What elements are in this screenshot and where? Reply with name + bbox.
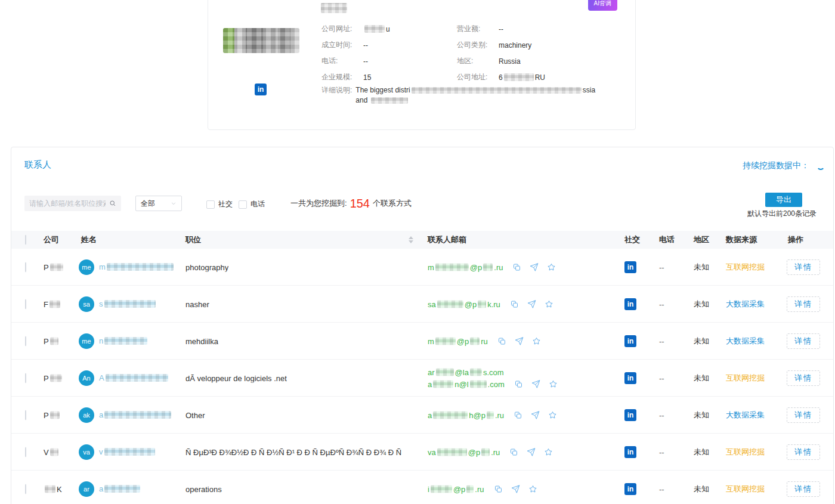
- send-email-icon[interactable]: [527, 447, 536, 456]
- header-company: 公司: [44, 234, 59, 245]
- send-email-icon[interactable]: [531, 379, 540, 388]
- linkedin-icon[interactable]: in: [255, 84, 267, 95]
- name-cell: men: [79, 333, 149, 349]
- name-cell: vav: [79, 444, 156, 460]
- star-favorite-icon[interactable]: [547, 262, 556, 271]
- row-checkbox[interactable]: [25, 410, 26, 420]
- contact-email: m@pru: [428, 336, 488, 345]
- action-cell: 详情: [787, 444, 820, 460]
- redacted-text: [433, 411, 468, 419]
- company-linkedin-link[interactable]: in: [255, 84, 267, 95]
- position-cell: nasher: [185, 299, 209, 308]
- detail-button[interactable]: 详情: [787, 259, 820, 275]
- export-button[interactable]: 导出: [765, 193, 802, 207]
- star-favorite-icon[interactable]: [545, 299, 553, 308]
- company-cell: F: [44, 299, 61, 308]
- copy-email-icon[interactable]: [510, 299, 519, 308]
- row-checkbox-cell: [25, 373, 26, 382]
- phone-filter-checkbox[interactable]: 电话: [239, 199, 265, 209]
- field-value: 15: [363, 73, 371, 82]
- row-checkbox[interactable]: [25, 336, 26, 346]
- checkbox-icon[interactable]: [239, 200, 247, 209]
- company-fields-left: 公司网址:u成立时间:--电话:--企业规模:15: [321, 21, 450, 85]
- sort-asc-icon[interactable]: [409, 236, 413, 239]
- linkedin-icon[interactable]: in: [624, 483, 636, 495]
- sort-desc-icon[interactable]: [409, 240, 413, 243]
- copy-email-icon[interactable]: [514, 410, 522, 419]
- avatar: sa: [79, 296, 94, 312]
- email-line: m@pru: [428, 336, 541, 345]
- social-filter-checkbox[interactable]: 社交: [206, 199, 233, 209]
- detail-button[interactable]: 详情: [787, 333, 820, 349]
- contact-row: PAnAdÃ veloppeur de logiciels .netar@las…: [11, 360, 833, 397]
- email-actions: [497, 336, 541, 345]
- source-cell: 大数据采集: [726, 299, 765, 310]
- star-favorite-icon[interactable]: [528, 484, 537, 493]
- email-actions: [509, 447, 553, 456]
- detail-button[interactable]: 详情: [787, 444, 820, 460]
- detail-button[interactable]: 详情: [787, 370, 820, 386]
- send-email-icon[interactable]: [531, 410, 540, 419]
- detail-button[interactable]: 详情: [787, 407, 820, 423]
- social-cell: in: [624, 409, 636, 421]
- star-favorite-icon[interactable]: [544, 447, 553, 456]
- redacted-text: [431, 485, 452, 493]
- linkedin-icon[interactable]: in: [624, 372, 636, 384]
- region-cell: 未知: [694, 373, 709, 384]
- redacted-text: [45, 485, 55, 493]
- send-email-icon[interactable]: [511, 484, 520, 493]
- detail-button[interactable]: 详情: [787, 296, 820, 312]
- copy-email-icon[interactable]: [497, 336, 506, 345]
- email-line: ar@las.com: [428, 367, 558, 376]
- filter-dropdown[interactable]: 全部: [135, 196, 182, 211]
- checkbox-icon[interactable]: [25, 235, 26, 245]
- star-favorite-icon[interactable]: [549, 379, 558, 388]
- send-email-icon[interactable]: [530, 262, 539, 271]
- redacted-text: [50, 448, 58, 456]
- contact-name: n: [99, 336, 149, 345]
- data-source-label: 大数据采集: [726, 299, 765, 308]
- contact-row: VvavÑ ÐµÐ³Ð Ð¾Ð½Ð Ð Ñ Ð½Ñ Ð¹ Ð Ð Ñ ÐµÐºÑ…: [11, 434, 833, 471]
- detail-button[interactable]: 详情: [787, 481, 820, 497]
- redacted-text: [478, 300, 486, 308]
- row-checkbox[interactable]: [25, 299, 26, 309]
- linkedin-icon[interactable]: in: [624, 261, 636, 273]
- copy-email-icon[interactable]: [514, 379, 523, 388]
- redacted-text: [437, 300, 463, 308]
- linkedin-icon[interactable]: in: [624, 446, 636, 458]
- send-email-icon[interactable]: [515, 336, 524, 345]
- select-all-checkbox[interactable]: [25, 236, 26, 245]
- contact-email: an@l.com: [428, 379, 505, 388]
- name-cell: aka: [79, 407, 172, 423]
- company-cell: P: [44, 410, 61, 419]
- phone-cell: --: [659, 299, 664, 308]
- email-cell: i@p.ru: [428, 484, 537, 493]
- copy-email-icon[interactable]: [512, 262, 521, 271]
- linkedin-icon[interactable]: in: [624, 409, 636, 421]
- action-cell: 详情: [787, 296, 820, 312]
- row-checkbox[interactable]: [25, 262, 26, 272]
- sort-toggle-icon[interactable]: [409, 236, 413, 243]
- avatar: va: [79, 444, 94, 460]
- linkedin-icon[interactable]: in: [624, 335, 636, 347]
- row-checkbox[interactable]: [25, 484, 26, 494]
- linkedin-icon[interactable]: in: [624, 298, 636, 310]
- search-icon[interactable]: [109, 200, 116, 207]
- ai-background-check-button[interactable]: AI背调: [588, 0, 617, 11]
- contact-email: m@p.ru: [428, 262, 503, 271]
- company-cell: P: [44, 336, 60, 345]
- search-input[interactable]: [24, 196, 121, 211]
- redacted-text: [371, 97, 408, 104]
- row-checkbox[interactable]: [25, 373, 26, 383]
- star-favorite-icon[interactable]: [548, 410, 557, 419]
- checkbox-icon[interactable]: [206, 200, 215, 209]
- avatar: ar: [79, 481, 94, 497]
- region-cell: 未知: [694, 484, 709, 494]
- redacted-text: [104, 485, 140, 493]
- row-checkbox[interactable]: [25, 447, 26, 457]
- copy-email-icon[interactable]: [509, 447, 518, 456]
- company-cell: P: [44, 262, 64, 271]
- copy-email-icon[interactable]: [494, 484, 503, 493]
- star-favorite-icon[interactable]: [532, 336, 541, 345]
- send-email-icon[interactable]: [527, 299, 536, 308]
